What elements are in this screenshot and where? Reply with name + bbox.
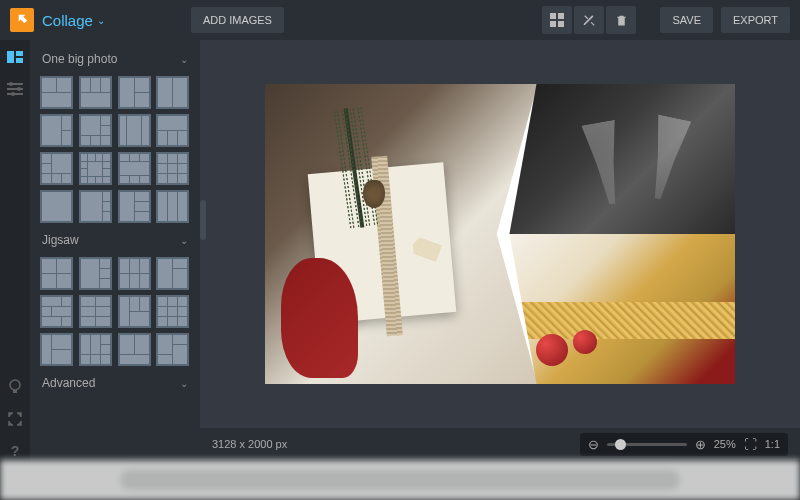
svg-rect-2 bbox=[550, 21, 556, 27]
template-item[interactable] bbox=[40, 295, 73, 328]
template-grid-2 bbox=[40, 253, 190, 370]
template-item[interactable] bbox=[79, 114, 112, 147]
template-item[interactable] bbox=[118, 114, 151, 147]
template-item[interactable] bbox=[156, 257, 189, 290]
svg-point-13 bbox=[10, 380, 20, 390]
top-toolbar: Collage ⌄ ADD IMAGES SAVE EXPORT bbox=[0, 0, 800, 40]
svg-rect-3 bbox=[558, 21, 564, 27]
section-jigsaw[interactable]: Jigsaw ⌄ bbox=[40, 227, 190, 253]
adjustments-tab-icon[interactable] bbox=[6, 80, 24, 98]
zoom-slider[interactable] bbox=[607, 443, 687, 446]
chevron-down-icon: ⌄ bbox=[97, 15, 105, 26]
templates-tab-icon[interactable] bbox=[6, 48, 24, 66]
section-one-big-photo[interactable]: One big photo ⌄ bbox=[40, 46, 190, 72]
template-grid-1 bbox=[40, 72, 190, 227]
add-images-button[interactable]: ADD IMAGES bbox=[191, 7, 284, 33]
template-item[interactable] bbox=[156, 333, 189, 366]
zoom-value: 25% bbox=[714, 438, 736, 450]
canvas-viewport[interactable] bbox=[200, 40, 800, 428]
app-title-label: Collage bbox=[42, 12, 93, 29]
app-title-dropdown[interactable]: Collage ⌄ bbox=[42, 12, 105, 29]
chevron-down-icon: ⌄ bbox=[180, 378, 188, 389]
layout-controls bbox=[542, 6, 636, 34]
svg-point-12 bbox=[11, 92, 15, 96]
zoom-controls: ⊖ ⊕ 25% ⛶ 1:1 bbox=[580, 433, 788, 456]
section-label: Jigsaw bbox=[42, 233, 79, 247]
chevron-down-icon: ⌄ bbox=[180, 235, 188, 246]
template-item[interactable] bbox=[156, 152, 189, 185]
fullscreen-icon[interactable] bbox=[6, 410, 24, 428]
template-item[interactable] bbox=[118, 333, 151, 366]
collage-canvas[interactable] bbox=[265, 84, 735, 384]
svg-rect-4 bbox=[7, 51, 14, 63]
svg-point-10 bbox=[9, 82, 13, 86]
collage-photo-1[interactable] bbox=[265, 84, 538, 384]
export-button[interactable]: EXPORT bbox=[721, 7, 790, 33]
template-item[interactable] bbox=[156, 295, 189, 328]
template-item[interactable] bbox=[156, 114, 189, 147]
template-item[interactable] bbox=[118, 257, 151, 290]
template-item[interactable] bbox=[40, 152, 73, 185]
help-icon[interactable]: ? bbox=[6, 442, 24, 460]
svg-rect-14 bbox=[13, 390, 17, 393]
template-item[interactable] bbox=[40, 114, 73, 147]
template-item[interactable] bbox=[79, 190, 112, 223]
template-item[interactable] bbox=[118, 190, 151, 223]
delete-button[interactable] bbox=[606, 6, 636, 34]
template-item[interactable] bbox=[40, 76, 73, 109]
zoom-in-button[interactable]: ⊕ bbox=[695, 437, 706, 452]
app-logo[interactable] bbox=[10, 8, 34, 32]
tool-rail: ? bbox=[0, 40, 30, 460]
fit-screen-button[interactable]: ⛶ bbox=[744, 437, 757, 452]
shuffle-button[interactable] bbox=[574, 6, 604, 34]
ratio-button[interactable]: 1:1 bbox=[765, 438, 780, 450]
section-label: Advanced bbox=[42, 376, 95, 390]
template-item[interactable] bbox=[40, 333, 73, 366]
save-button[interactable]: SAVE bbox=[660, 7, 713, 33]
template-item[interactable] bbox=[79, 76, 112, 109]
svg-point-11 bbox=[17, 87, 21, 91]
status-bar: 3128 x 2000 px ⊖ ⊕ 25% ⛶ 1:1 bbox=[200, 428, 800, 460]
chevron-down-icon: ⌄ bbox=[180, 54, 188, 65]
section-label: One big photo bbox=[42, 52, 117, 66]
zoom-out-button[interactable]: ⊖ bbox=[588, 437, 599, 452]
template-item[interactable] bbox=[118, 76, 151, 109]
svg-rect-0 bbox=[550, 13, 556, 19]
ad-banner bbox=[0, 460, 800, 500]
templates-panel: One big photo ⌄ Jigsaw ⌄ bbox=[30, 40, 200, 460]
canvas-dimensions: 3128 x 2000 px bbox=[212, 438, 287, 450]
template-item[interactable] bbox=[118, 152, 151, 185]
collage-photo-2[interactable] bbox=[509, 84, 735, 234]
section-advanced[interactable]: Advanced ⌄ bbox=[40, 370, 190, 396]
panel-resize-handle[interactable] bbox=[200, 200, 206, 240]
svg-rect-6 bbox=[16, 58, 23, 63]
lightbulb-icon[interactable] bbox=[6, 378, 24, 396]
template-item[interactable] bbox=[79, 257, 112, 290]
main-area: ? One big photo ⌄ Jigsaw ⌄ bbox=[0, 40, 800, 460]
template-item[interactable] bbox=[156, 190, 189, 223]
svg-rect-5 bbox=[16, 51, 23, 56]
template-item[interactable] bbox=[40, 190, 73, 223]
template-item[interactable] bbox=[40, 257, 73, 290]
template-item[interactable] bbox=[79, 152, 112, 185]
grid-view-button[interactable] bbox=[542, 6, 572, 34]
template-item[interactable] bbox=[79, 333, 112, 366]
svg-rect-1 bbox=[558, 13, 564, 19]
template-item[interactable] bbox=[79, 295, 112, 328]
template-item[interactable] bbox=[118, 295, 151, 328]
canvas-area: 3128 x 2000 px ⊖ ⊕ 25% ⛶ 1:1 bbox=[200, 40, 800, 460]
collage-photo-3[interactable] bbox=[509, 234, 735, 384]
template-item[interactable] bbox=[156, 76, 189, 109]
